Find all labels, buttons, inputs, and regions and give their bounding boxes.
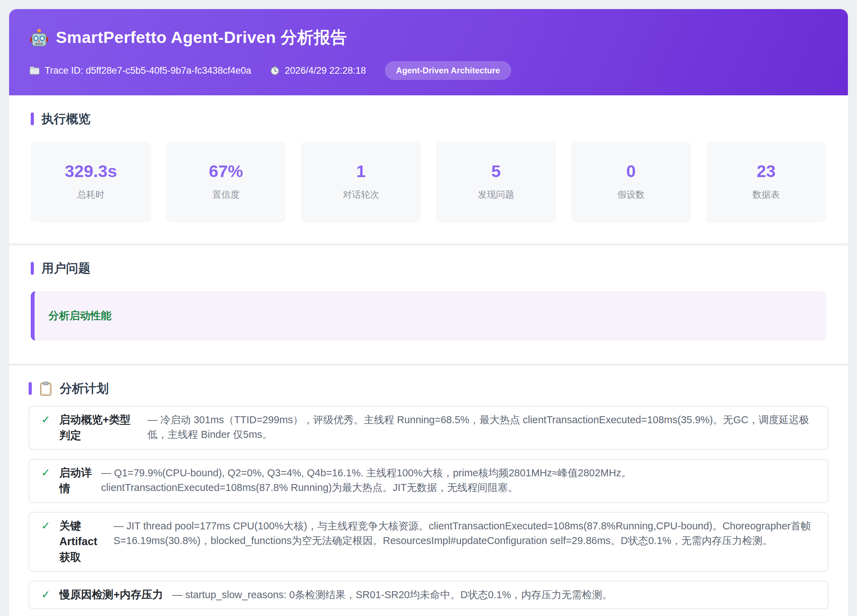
plan-section-title: 分析计划 (60, 380, 108, 397)
stat-label: 发现问题 (439, 189, 554, 201)
trace-id-item: Trace ID: d5ff28e7-c5b5-40f5-9b7a-fc3438… (29, 65, 251, 76)
stat-label: 置信度 (169, 189, 283, 201)
stat-label: 数据表 (708, 189, 823, 201)
stat-card-issues-found: 5 发现问题 (436, 142, 556, 223)
stat-card-data-tables: 23 数据表 (706, 142, 826, 223)
section-accent-bar (31, 113, 34, 125)
report-header: SmartPerfetto Agent-Driven 分析报告 Trace ID… (9, 9, 848, 95)
section-execution-overview: 执行概览 329.3s 总耗时 67% 置信度 1 对话轮次 5 发现问题 0 … (9, 95, 848, 243)
stat-label: 假设数 (574, 189, 689, 201)
overview-section-head: 执行概览 (31, 111, 826, 127)
plan-item-startup-details: ✓ 启动详情 — Q1=79.9%(CPU-bound), Q2=0%, Q3=… (29, 459, 828, 503)
stat-value: 23 (708, 161, 823, 181)
question-section-head: 用户问题 (31, 260, 826, 277)
stat-card-confidence: 67% 置信度 (166, 142, 286, 223)
plan-section-head: 分析计划 (29, 380, 828, 397)
overview-section-title: 执行概览 (42, 111, 90, 127)
trace-id-label: Trace ID: d5ff28e7-c5b5-40f5-9b7a-fc3438… (45, 65, 251, 76)
report-page: SmartPerfetto Agent-Driven 分析报告 Trace ID… (9, 9, 848, 616)
plan-item-name: 启动概览+类型判定 (59, 412, 138, 444)
clipboard-icon (39, 381, 52, 396)
section-user-question: 用户问题 分析启动性能 (9, 246, 848, 364)
question-section-title: 用户问题 (42, 260, 90, 277)
stat-value: 1 (303, 161, 418, 181)
timestamp-label: 2026/4/29 22:28:18 (285, 65, 366, 76)
architecture-badge: Agent-Driven Architecture (385, 61, 511, 80)
stats-grid: 329.3s 总耗时 67% 置信度 1 对话轮次 5 发现问题 0 假设数 2… (31, 142, 826, 223)
check-icon: ✓ (41, 465, 50, 481)
robot-icon (29, 28, 49, 48)
plan-item-detail: — 冷启动 301ms（TTID=299ms），评级优秀。主线程 Running… (147, 412, 816, 442)
stat-value: 5 (439, 161, 554, 181)
stat-card-hypotheses: 0 假设数 (571, 142, 691, 223)
stat-value: 329.3s (34, 161, 149, 181)
timestamp-item: 2026/4/29 22:28:18 (270, 65, 366, 76)
user-question-callout: 分析启动性能 (31, 291, 826, 341)
clock-icon (270, 66, 280, 76)
plan-item-detail: — Q1=79.9%(CPU-bound), Q2=0%, Q3=4%, Q4b… (101, 465, 816, 495)
plan-item-name: 慢原因检测+内存压力 (59, 587, 163, 603)
section-analysis-plan: 分析计划 ✓ 启动概览+类型判定 — 冷启动 301ms（TTID=299ms）… (9, 365, 848, 616)
page-title: SmartPerfetto Agent-Driven 分析报告 (56, 26, 347, 48)
check-icon: ✓ (41, 412, 50, 428)
plan-item-slow-reason-detection: ✓ 慢原因检测+内存压力 — startup_slow_reasons: 0条检… (29, 581, 828, 609)
section-accent-bar (31, 262, 34, 275)
section-accent-bar (29, 382, 32, 395)
user-question-text: 分析启动性能 (48, 309, 812, 323)
stat-label: 总耗时 (34, 189, 149, 201)
stat-value: 0 (574, 161, 689, 181)
plan-item-detail: — JIT thread pool=177ms CPU(100%大核)，与主线程… (113, 518, 816, 548)
folder-icon (29, 66, 40, 75)
page-title-row: SmartPerfetto Agent-Driven 分析报告 (29, 26, 828, 48)
stat-label: 对话轮次 (303, 189, 418, 201)
check-icon: ✓ (41, 587, 50, 603)
plan-item-name: 关键 Artifact 获取 (59, 518, 104, 565)
plan-item-key-artifacts: ✓ 关键 Artifact 获取 — JIT thread pool=177ms… (29, 512, 828, 572)
plan-item-name: 启动详情 (59, 465, 92, 497)
plan-item-detail: — startup_slow_reasons: 0条检测结果，SR01-SR20… (172, 587, 612, 602)
plan-item-startup-overview: ✓ 启动概览+类型判定 — 冷启动 301ms（TTID=299ms），评级优秀… (29, 406, 828, 450)
stat-card-dialog-rounds: 1 对话轮次 (301, 142, 421, 223)
check-icon: ✓ (41, 518, 50, 534)
header-meta-row: Trace ID: d5ff28e7-c5b5-40f5-9b7a-fc3438… (29, 61, 828, 80)
stat-card-total-time: 329.3s 总耗时 (31, 142, 151, 223)
stat-value: 67% (169, 161, 283, 181)
